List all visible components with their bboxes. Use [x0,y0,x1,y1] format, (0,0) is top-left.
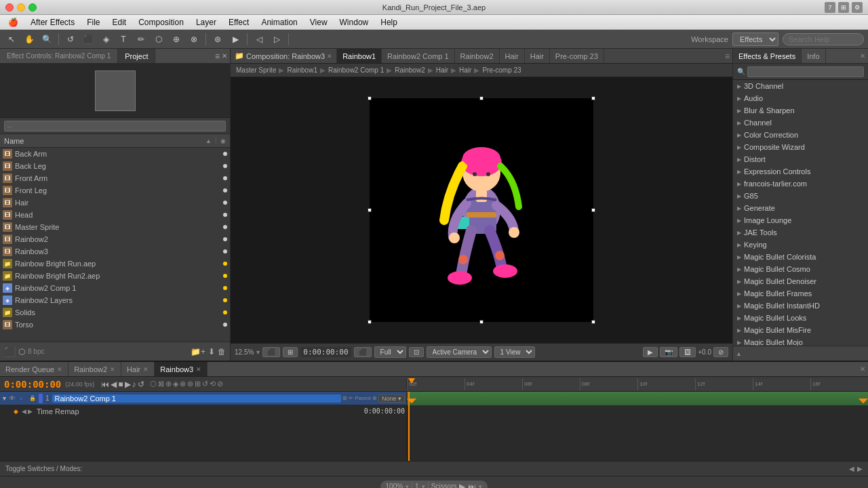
menu-animation[interactable]: Animation [256,16,302,28]
new-folder-btn[interactable]: 📁+ [191,347,205,357]
track-nav-next[interactable]: ▶ [28,408,33,415]
play-btn[interactable]: ▶ [125,380,131,389]
list-item[interactable]: 🎞 Hair [0,197,230,209]
handle-bottom-right[interactable] [591,320,595,324]
effect-keying[interactable]: ▶ Keying [733,239,868,251]
hand-tool[interactable]: ✋ [22,32,37,47]
track-switch-1[interactable]: ⊞ [342,395,347,401]
track-parent-select[interactable]: None ▾ [378,394,405,403]
effect-controls-tab[interactable]: Effect Controls: Rainbow2 Comp 1 [0,49,118,63]
handle-mid-right[interactable] [591,208,595,212]
effect-mb-mojo[interactable]: ▶ Magic Bullet Mojo [733,336,868,346]
tl-tool-3[interactable]: ⊕ [165,380,172,388]
effect-blur-sharpen[interactable]: ▶ Blur & Sharpen [733,104,868,117]
list-item[interactable]: 🎞 Rainbow3 [0,245,230,258]
menu-layer[interactable]: Layer [191,16,222,28]
minimize-button[interactable] [17,3,25,12]
list-item[interactable]: ◈ Rainbow2 Layers [0,294,230,306]
render-queue-btn[interactable]: ⬛ [4,346,16,357]
menu-window[interactable]: Window [334,16,374,28]
comp-tab-precomp23[interactable]: Pre-comp 23 [550,49,604,63]
tl-tool-5[interactable]: ⊗ [180,380,186,388]
effect-mb-colorista[interactable]: ▶ Magic Bullet Colorista [733,251,868,263]
menu-edit[interactable]: Edit [106,16,132,28]
list-item[interactable]: 🎞 Master Sprite [0,221,230,233]
zoom-dropdown[interactable]: ▾ [256,348,260,356]
timeline-tab-hair[interactable]: Hair ✕ [121,362,155,376]
safe-zones-btn[interactable]: ⊞ [283,347,298,357]
panel-menu-icon[interactable]: ≡ [215,52,220,61]
new-comp-btn[interactable]: ⬡ [18,347,25,357]
snapshot-btn[interactable]: 📷 [660,347,677,357]
tl-tool-10[interactable]: ⊘ [217,380,223,388]
handle-mid-left[interactable] [368,208,372,212]
region-btn[interactable]: ⊡ [409,347,424,357]
play-preview-btn[interactable]: ▶ [459,482,465,489]
track-audio[interactable]: ♪ [20,395,28,401]
handle-top-right[interactable] [591,96,595,100]
eraser-tool[interactable]: ⊗ [186,32,201,47]
tl-tool-8[interactable]: ↺ [202,380,208,388]
delete-btn[interactable]: 🗑 [218,347,226,357]
scroll-right[interactable]: ▶ [857,465,863,472]
maximize-button[interactable] [28,3,37,12]
resolution-select[interactable]: Full [374,346,406,358]
frame-btn[interactable]: ⬛ [262,347,280,357]
toggle-switches-label[interactable]: Toggle Switches / Modes: [5,465,82,472]
zoom-dropdown-preview[interactable]: ▾ [406,483,409,489]
comp-panel-menu[interactable]: ≡ [725,52,730,61]
comp-tab-rainbow2[interactable]: Rainbow2 [455,49,500,63]
track-lock[interactable]: 🔒 [29,395,37,401]
playhead-marker[interactable] [408,378,415,390]
list-item[interactable]: 🎞 Rainbow2 [0,233,230,245]
frame-dropdown[interactable]: ▾ [422,483,425,489]
camera-tool[interactable]: ⬛ [81,32,96,47]
shape-tool[interactable]: ▶ [228,32,243,47]
breadcrumb-rainbow1[interactable]: Rainbow1 [287,66,317,74]
end-frame-btn[interactable]: ⏭ [468,482,476,489]
effect-3d-channel[interactable]: ▶ 3D Channel [733,80,868,92]
show-snapshot-btn[interactable]: 🖼 [679,347,696,357]
scroll-left[interactable]: ◀ [849,465,854,472]
menu-help[interactable]: Help [375,16,403,28]
list-item[interactable]: 🎞 Front Leg [0,184,230,197]
track-nav-prev[interactable]: ◀ [22,408,26,415]
filter-icon[interactable]: ⋮ [213,138,219,144]
handle-bottom-left[interactable] [368,320,372,324]
list-item[interactable]: 📁 Rainbow Bright Run.aep [0,258,230,270]
selection-tool[interactable]: ↖ [4,32,19,47]
effect-expression-controls[interactable]: ▶ Expression Controls [733,165,868,178]
menu-apple[interactable]: 🍎 [3,16,24,28]
effect-distort[interactable]: ▶ Distort [733,153,868,165]
breadcrumb-precomp23[interactable]: Pre-comp 23 [482,66,521,74]
toggle-alpha[interactable]: ⬛ [354,347,372,357]
scroll-up-icon[interactable]: ▲ [736,350,742,357]
zoom-select-preview[interactable]: 100% [386,483,403,488]
playhead[interactable] [408,392,410,461]
effects-search-input[interactable] [747,66,864,77]
color-icon[interactable]: ◉ [220,138,226,144]
camera-select[interactable]: Active Camera [427,346,492,358]
rainbow3-tab-close[interactable]: ✕ [196,366,201,373]
breadcrumb-rainbow2[interactable]: Rainbow2 [395,66,425,74]
info-tab[interactable]: Info [802,49,825,63]
effect-jae-tools[interactable]: ▶ JAE Tools [733,226,868,239]
effect-color-correction[interactable]: ▶ Color Correction [733,129,868,141]
timeline-timecode[interactable]: 0:00:00:00 [4,379,61,390]
render-queue-close[interactable]: ✕ [57,366,62,373]
track-switch-2[interactable]: ✏ [349,395,353,401]
track-time-remap-value[interactable]: 0:00:00:00 [364,407,405,415]
prev-frame-btn[interactable]: ◀ [111,380,117,389]
menu-view[interactable]: View [304,16,333,28]
effect-mb-cosmo[interactable]: ▶ Magic Bullet Cosmo [733,263,868,275]
hair-tab-close[interactable]: ✕ [143,366,149,373]
list-item[interactable]: 🎞 Back Leg [0,160,230,172]
track-row-rainbow2-comp1[interactable]: ▼ 👁 ♪ 🔒 1 Rainbow2 Comp 1 ⊞ ✏ Parent ⊕ N… [0,392,406,405]
comp-title-close[interactable]: ✕ [327,53,332,60]
paint-tool[interactable]: ⬡ [151,32,166,47]
tl-tool-2[interactable]: ⊠ [158,380,164,388]
effect-image-lounge[interactable]: ▶ Image Lounge [733,214,868,226]
preview-settings-icon[interactable]: ▾ [479,483,482,489]
puppet-pin-tool[interactable]: ⊛ [210,32,225,47]
track-keyframe-icon[interactable]: ◆ [14,408,18,415]
